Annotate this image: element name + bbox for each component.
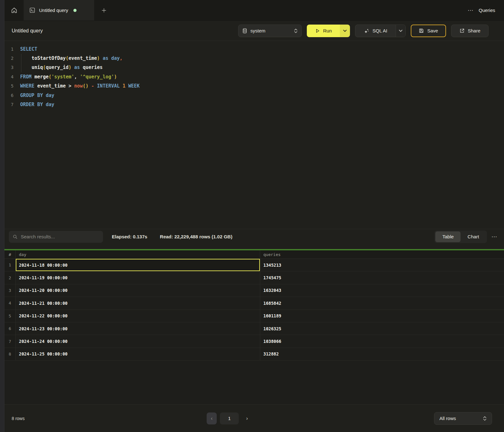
code-line[interactable]: 3 uniq(query_id) as queries [4,63,504,72]
day-cell[interactable]: 2024-11-19 00:00:00 [16,271,260,284]
queries-cell[interactable]: 1026325 [260,322,504,335]
table-view-tab[interactable]: Table [435,231,461,242]
results-search[interactable] [9,231,103,243]
queries-cell[interactable]: 1745475 [260,271,504,284]
line-number: 3 [4,65,20,70]
table-row: 52024-11-22 00:00:001601189 [4,310,504,322]
tab-bar: Untitled query ⋯ Queries [4,0,504,21]
row-index-cell: 2 [4,271,16,284]
new-tab-button[interactable] [94,0,114,20]
chart-view-tab[interactable]: Chart [461,231,486,242]
page-size-value: All rows [439,416,456,421]
sql-ai-label: SQL AI [373,28,387,33]
sql-ai-button[interactable]: SQL AI [355,25,396,37]
sql-ai-options-button[interactable] [396,25,405,37]
code-text: toStartOfDay(event_time) as day, [20,55,123,61]
day-cell[interactable]: 2024-11-24 00:00:00 [16,335,260,347]
database-selected-value: system [250,28,291,33]
page-size-select[interactable]: All rows [434,412,492,425]
query-header: Untitled query system [4,21,504,41]
code-line[interactable]: 7ORDER BY day [4,100,504,109]
read-stat: Read: 22,229,488 rows (1.02 GB) [160,234,232,239]
current-page-button[interactable]: 1 [220,412,239,424]
save-icon [419,28,424,33]
code-line[interactable]: 6GROUP BY day [4,91,504,100]
code-text: GROUP BY day [20,93,54,98]
row-count: 8 rows [12,416,25,421]
results-header-row: # day queries [4,250,504,259]
share-button[interactable]: Share [451,25,489,37]
home-button[interactable] [4,0,24,20]
queries-cell[interactable]: 1632043 [260,284,504,297]
code-line[interactable]: 5WHERE event_time > now() - INTERVAL 1 W… [4,82,504,91]
search-input[interactable] [21,234,99,239]
queries-cell[interactable]: 1601189 [260,310,504,322]
code-text: FROM merge('system', '^query_log') [20,74,117,80]
column-header-index[interactable]: # [4,250,16,259]
table-row: 42024-11-21 00:00:001685842 [4,297,504,310]
line-number: 7 [4,102,20,107]
updown-chevron-icon [483,416,487,421]
more-menu-icon[interactable]: ⋯ [467,8,473,13]
table-row: 32024-11-20 00:00:001632043 [4,284,504,297]
share-label: Share [468,28,480,33]
queries-cell[interactable]: 1038066 [260,335,504,347]
elapsed-stat: Elapsed: 0.137s [112,234,147,239]
column-header-queries[interactable]: queries [260,250,504,259]
run-split-button: Run [307,25,350,37]
database-icon [242,28,247,34]
next-page-button[interactable]: › [242,412,252,424]
results-more-icon[interactable]: ⋯ [491,233,497,240]
left-edge-strip [0,0,4,432]
sql-ai-split-button: SQL AI [355,25,406,37]
unsaved-changes-indicator [73,9,77,12]
row-index-cell: 5 [4,310,16,322]
results-table-body: 12024-11-18 00:00:00134521322024-11-19 0… [4,259,504,361]
code-line[interactable]: 1SELECT [4,44,504,54]
day-cell[interactable]: 2024-11-21 00:00:00 [16,297,260,309]
line-number: 5 [4,83,20,88]
table-row: 12024-11-18 00:00:001345213 [4,259,504,271]
table-row: 22024-11-19 00:00:001745475 [4,271,504,284]
pagination: ‹ 1 › [207,412,252,424]
line-number: 6 [4,93,20,98]
view-toggle: Table Chart [434,230,487,243]
tab-untitled-query[interactable]: Untitled query [24,0,94,20]
code-text: ORDER BY day [20,102,54,107]
sql-console-window: Untitled query ⋯ Queries Untitled query [0,0,504,432]
terminal-icon [29,7,35,13]
updown-chevron-icon [294,28,298,33]
table-row: 72024-11-24 00:00:001038066 [4,335,504,348]
row-index-cell: 6 [4,322,16,335]
prev-page-button[interactable]: ‹ [207,412,217,424]
day-cell[interactable]: 2024-11-20 00:00:00 [16,284,260,297]
save-button[interactable]: Save [411,25,446,37]
tab-title: Untitled query [39,8,68,13]
run-button[interactable]: Run [307,25,340,37]
page-title: Untitled query [12,28,43,34]
line-number: 1 [4,47,20,52]
table-row: 62024-11-23 00:00:001026325 [4,322,504,335]
queries-link[interactable]: Queries [478,8,495,13]
day-cell[interactable]: 2024-11-25 00:00:00 [16,348,260,360]
table-row: 82024-11-25 00:00:00312882 [4,348,504,361]
results-footer: 8 rows ‹ 1 › All rows [4,404,504,432]
day-cell[interactable]: 2024-11-22 00:00:00 [16,310,260,322]
run-options-button[interactable] [340,25,350,37]
code-line[interactable]: 4FROM merge('system', '^query_log') [4,72,504,81]
row-index-cell: 8 [4,348,16,360]
sparkles-icon [364,28,369,34]
queries-cell[interactable]: 312882 [260,348,504,360]
row-index-cell: 4 [4,297,16,309]
day-cell[interactable]: 2024-11-18 00:00:00 [16,259,260,271]
day-cell[interactable]: 2024-11-23 00:00:00 [16,322,260,335]
code-line[interactable]: 2 toStartOfDay(event_time) as day, [4,54,504,63]
sql-editor[interactable]: 1SELECT2 toStartOfDay(event_time) as day… [4,41,504,229]
column-header-day[interactable]: day [16,250,260,259]
queries-cell[interactable]: 1345213 [260,259,504,271]
queries-cell[interactable]: 1685842 [260,297,504,309]
code-text: uniq(query_id) as queries [20,65,103,70]
run-label: Run [323,28,332,33]
database-select[interactable]: system [238,25,302,37]
code-text: SELECT [20,46,37,52]
